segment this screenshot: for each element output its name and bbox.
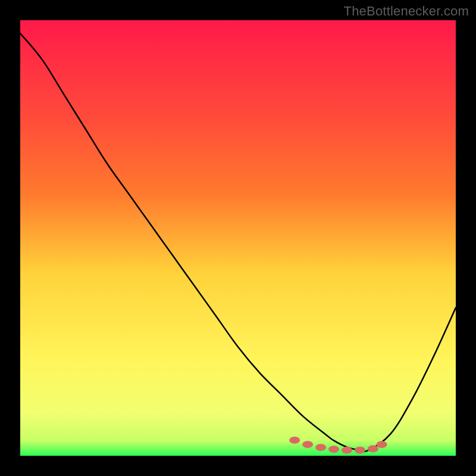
plot-outer xyxy=(20,20,456,456)
chart-container: TheBottlenecker.com xyxy=(0,0,476,476)
attribution-label: TheBottlenecker.com xyxy=(344,4,469,19)
bottleneck-chart-canvas xyxy=(20,20,456,456)
